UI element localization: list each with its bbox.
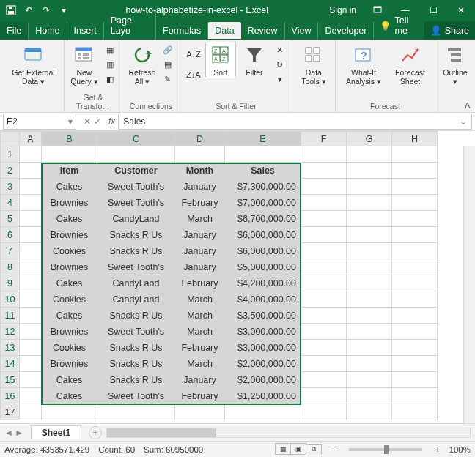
tab-file[interactable]: File <box>0 22 29 39</box>
cell-D16[interactable]: February <box>175 388 225 404</box>
row-header-1[interactable]: 1 <box>1 146 20 163</box>
cancel-formula-icon[interactable]: ✕ <box>84 116 91 127</box>
cell-H1[interactable] <box>392 146 438 163</box>
cell-D14[interactable]: March <box>175 356 225 372</box>
cell-B3[interactable]: Cakes <box>42 179 97 195</box>
cell-C12[interactable]: Sweet Tooth's <box>97 324 175 340</box>
cell-C14[interactable]: Snacks R Us <box>97 356 175 372</box>
tab-review[interactable]: Review <box>241 22 285 39</box>
cell-G15[interactable] <box>347 372 392 388</box>
row-header-5[interactable]: 5 <box>1 211 20 227</box>
row-header-6[interactable]: 6 <box>1 227 20 243</box>
forecast-sheet-button[interactable]: Forecast Sheet <box>390 42 430 87</box>
cell-F17[interactable] <box>301 404 347 420</box>
expand-formula-icon[interactable]: ⌄ <box>460 116 467 127</box>
cell-E14[interactable]: $2,000,000.00 <box>225 356 301 372</box>
enter-formula-icon[interactable]: ✓ <box>94 116 101 127</box>
cell-H6[interactable] <box>392 227 438 243</box>
col-header-F[interactable]: F <box>301 132 347 146</box>
cell-H2[interactable] <box>392 163 438 179</box>
filter-button[interactable]: Filter <box>239 42 270 78</box>
cell-D9[interactable]: February <box>175 275 225 291</box>
row-header-15[interactable]: 15 <box>1 372 20 388</box>
cell-F10[interactable] <box>301 291 347 308</box>
zoom-slider[interactable] <box>349 448 422 451</box>
row-header-11[interactable]: 11 <box>1 308 20 324</box>
cell-A15[interactable] <box>20 372 42 388</box>
cell-C10[interactable]: CandyLand <box>97 291 175 308</box>
cell-D15[interactable]: January <box>175 372 225 388</box>
cell-C17[interactable] <box>97 404 175 420</box>
cell-B8[interactable]: Brownies <box>42 259 97 275</box>
cell-G3[interactable] <box>347 179 392 195</box>
cell-G9[interactable] <box>347 275 392 291</box>
cell-E13[interactable]: $3,000,000.00 <box>225 340 301 356</box>
cell-D6[interactable]: January <box>175 227 225 243</box>
cell-C13[interactable]: Snacks R Us <box>97 340 175 356</box>
save-icon[interactable] <box>3 2 19 18</box>
cell-F12[interactable] <box>301 324 347 340</box>
cell-C1[interactable] <box>97 146 175 163</box>
from-table-icon[interactable]: ▥ <box>103 58 117 71</box>
add-sheet-button[interactable]: ＋ <box>89 426 102 439</box>
row-header-14[interactable]: 14 <box>1 356 20 372</box>
cell-D8[interactable]: January <box>175 259 225 275</box>
cell-A5[interactable] <box>20 211 42 227</box>
cell-B16[interactable]: Cakes <box>42 388 97 404</box>
cell-D4[interactable]: February <box>175 195 225 211</box>
formula-bar[interactable]: Sales⌄ <box>118 114 472 130</box>
cell-D11[interactable]: March <box>175 308 225 324</box>
cell-A8[interactable] <box>20 259 42 275</box>
cell-C15[interactable]: Snacks R Us <box>97 372 175 388</box>
horizontal-scrollbar[interactable] <box>106 428 471 438</box>
zoom-level[interactable]: 100% <box>449 445 471 454</box>
cell-B5[interactable]: Cakes <box>42 211 97 227</box>
cell-A10[interactable] <box>20 291 42 308</box>
properties-icon[interactable]: ▤ <box>161 58 175 71</box>
tab-developer[interactable]: Developer <box>318 22 374 39</box>
cell-C9[interactable]: CandyLand <box>97 275 175 291</box>
outline-button[interactable]: Outline ▾ <box>440 42 471 87</box>
qat-custom-icon[interactable]: ▾ <box>56 2 72 18</box>
cell-D13[interactable]: February <box>175 340 225 356</box>
sheet-tab[interactable]: Sheet1 <box>31 425 81 439</box>
cell-A2[interactable] <box>20 163 42 179</box>
cell-F8[interactable] <box>301 259 347 275</box>
cell-C2[interactable]: Customer <box>97 163 175 179</box>
get-external-data-button[interactable]: Get External Data ▾ <box>7 42 59 87</box>
cell-A9[interactable] <box>20 275 42 291</box>
row-header-8[interactable]: 8 <box>1 259 20 275</box>
select-all-corner[interactable] <box>1 132 20 146</box>
sheet-nav-prev-icon[interactable]: ◄ <box>4 428 13 438</box>
col-header-H[interactable]: H <box>392 132 438 146</box>
sheet-nav-next-icon[interactable]: ► <box>15 428 23 438</box>
cell-G8[interactable] <box>347 259 392 275</box>
cell-A3[interactable] <box>20 179 42 195</box>
cell-H17[interactable] <box>392 404 438 420</box>
cell-E15[interactable]: $2,000,000.00 <box>225 372 301 388</box>
cell-C7[interactable]: Snacks R Us <box>97 243 175 259</box>
cell-F5[interactable] <box>301 211 347 227</box>
cell-H13[interactable] <box>392 340 438 356</box>
cell-G14[interactable] <box>347 356 392 372</box>
cell-E10[interactable]: $4,000,000.00 <box>225 291 301 308</box>
cell-B13[interactable]: Cookies <box>42 340 97 356</box>
col-header-C[interactable]: C <box>97 132 175 146</box>
cell-F7[interactable] <box>301 243 347 259</box>
cell-E8[interactable]: $5,000,000.00 <box>225 259 301 275</box>
view-switcher[interactable]: ▦▣⧉ <box>276 443 322 455</box>
cell-H10[interactable] <box>392 291 438 308</box>
row-header-10[interactable]: 10 <box>1 291 20 308</box>
worksheet-grid[interactable]: ABCDEFGH12ItemCustomerMonthSales3CakesSw… <box>0 130 475 423</box>
redo-icon[interactable]: ↷ <box>38 2 54 18</box>
tab-data[interactable]: Data <box>208 22 240 39</box>
cell-G12[interactable] <box>347 324 392 340</box>
advanced-icon[interactable]: ▾ <box>273 72 287 86</box>
cell-D3[interactable]: January <box>175 179 225 195</box>
cell-E12[interactable]: $3,000,000.00 <box>225 324 301 340</box>
cell-B10[interactable]: Cookies <box>42 291 97 308</box>
edit-links-icon[interactable]: ✎ <box>161 72 175 86</box>
cell-G4[interactable] <box>347 195 392 211</box>
cell-A4[interactable] <box>20 195 42 211</box>
cell-B2[interactable]: Item <box>42 163 97 179</box>
